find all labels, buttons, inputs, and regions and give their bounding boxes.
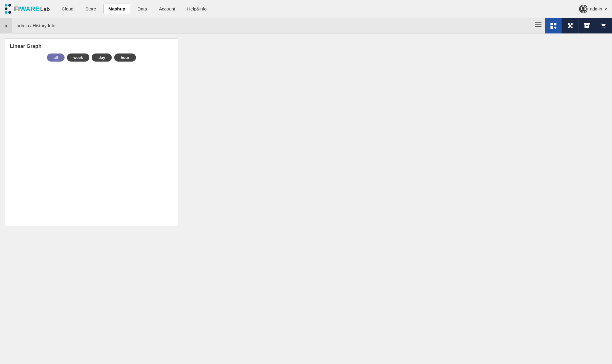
widget-title: Linear Graph [10, 43, 173, 49]
nav-mashup[interactable]: Mashup [103, 4, 131, 14]
filter-day-button[interactable]: day [92, 53, 111, 62]
nav-helpinfo[interactable]: Help&info [182, 4, 211, 14]
svg-rect-12 [584, 23, 590, 25]
logo-ware-text: WARE [20, 5, 40, 13]
filter-hour-button[interactable]: hour [114, 53, 136, 62]
logo-dot [8, 4, 11, 7]
logo-dot [8, 7, 11, 10]
hamburger-icon [535, 22, 541, 29]
back-icon: ◄ [4, 23, 8, 28]
logo-lab-text: Lab [40, 6, 50, 13]
breadcrumb: admin / History Info [12, 23, 531, 28]
top-navbar: FI WARE Lab Cloud Store Mashup Data Acco… [0, 0, 612, 18]
user-name-label: admin [590, 6, 602, 11]
logo-fi-text: FI [14, 5, 20, 13]
svg-rect-6 [554, 23, 556, 25]
svg-rect-2 [535, 22, 541, 23]
hamburger-button[interactable] [531, 18, 545, 33]
svg-rect-7 [550, 26, 553, 29]
logo-dot [8, 11, 11, 14]
nav-account[interactable]: Account [154, 4, 180, 14]
svg-rect-5 [550, 23, 553, 25]
logo-dot [5, 4, 7, 7]
filter-buttons: all week day hour [10, 53, 173, 62]
nav-cloud[interactable]: Cloud [57, 4, 78, 14]
nav-store[interactable]: Store [81, 4, 101, 14]
logo-dot [5, 7, 7, 10]
svg-rect-4 [535, 26, 541, 27]
action-buttons [545, 18, 612, 33]
user-avatar-icon [579, 5, 587, 13]
linear-graph-widget: Linear Graph all week day hour [5, 38, 178, 226]
user-menu[interactable]: admin ∨ [579, 5, 607, 13]
user-dropdown-icon: ∨ [605, 7, 607, 11]
svg-rect-3 [535, 25, 541, 25]
add-widget-button[interactable] [562, 18, 579, 33]
svg-point-13 [603, 27, 604, 28]
nav-data[interactable]: Data [133, 4, 152, 14]
chart-area [10, 66, 173, 221]
filter-week-button[interactable]: week [67, 53, 90, 62]
svg-point-1 [582, 7, 585, 9]
cart-button[interactable] [595, 18, 612, 33]
back-button[interactable]: ◄ [0, 18, 12, 33]
logo-dot [5, 11, 7, 14]
filter-all-button[interactable]: all [47, 53, 64, 62]
nav-links: Cloud Store Mashup Data Account Help&inf… [57, 4, 579, 14]
main-content: Linear Graph all week day hour [0, 33, 612, 231]
new-widget-button[interactable] [545, 18, 562, 33]
secondary-toolbar: ◄ admin / History Info [0, 18, 612, 33]
logo[interactable]: FI WARE Lab [5, 4, 50, 14]
svg-point-14 [605, 27, 605, 28]
archive-button[interactable] [579, 18, 595, 33]
